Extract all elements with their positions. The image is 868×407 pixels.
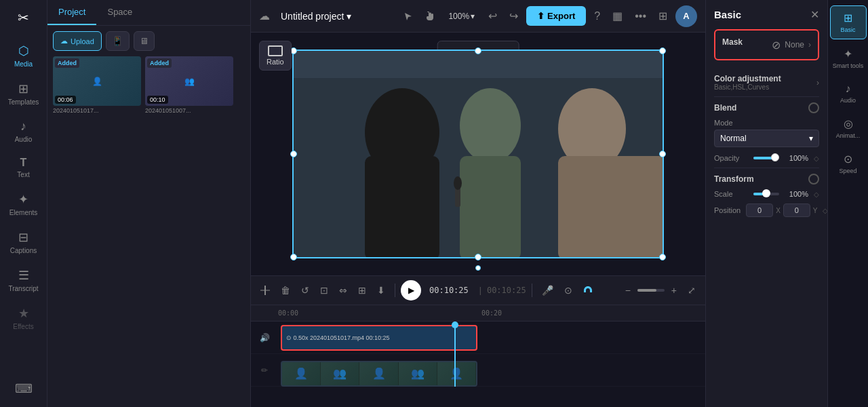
color-adjustment-section[interactable]: Color adjustment Basic,HSL,Curves › (714, 69, 819, 97)
rotate-handle[interactable] (475, 265, 481, 271)
blend-toggle-button[interactable] (808, 102, 819, 113)
sidebar-item-templates[interactable]: ⊞ Templates (4, 76, 43, 111)
upload-button[interactable]: ☁ Upload (53, 31, 102, 51)
zoom-in-button[interactable]: + (667, 282, 681, 298)
sidebar-item-elements[interactable]: ✦ Elements (4, 187, 43, 222)
opacity-keyframe-button[interactable]: ◇ (814, 155, 819, 162)
playhead[interactable] (454, 322, 456, 387)
tab-project[interactable]: Project (47, 0, 96, 25)
clip-secondary[interactable]: 👤 👥 👤 👥 👤 (281, 361, 477, 387)
align-button[interactable]: ⊞ (354, 282, 370, 298)
ratio-button[interactable]: Ratio (259, 41, 292, 71)
video-canvas[interactable] (292, 50, 664, 258)
export-button[interactable]: ⬆ Export (526, 6, 586, 26)
position-x-input[interactable] (746, 204, 773, 217)
keyboard-shortcut-button[interactable]: ⌨ (9, 376, 38, 402)
export-icon: ⬆ (537, 11, 545, 21)
panel-toggle-button[interactable]: ⊞ (654, 7, 671, 25)
undo-button[interactable]: ↩ (484, 7, 501, 25)
transform-section: Transform Scale 100% ◇ Position (714, 168, 819, 222)
fullscreen-button[interactable]: ⤢ (684, 282, 700, 298)
sidebar-item-elements-label: Elements (9, 209, 38, 216)
mobile-upload-button[interactable]: 📱 (106, 31, 130, 51)
microphone-button[interactable]: 🎤 (538, 282, 557, 298)
panel-sidebar: Project Space ☁ Upload 📱 🖥 (47, 0, 251, 407)
pointer-tool-button[interactable] (399, 9, 417, 24)
zoom-value: 100% (448, 12, 469, 21)
opacity-slider[interactable] (753, 157, 779, 159)
flip-button[interactable]: ⇔ (335, 282, 351, 298)
logo-button[interactable]: ✂ (12, 5, 36, 30)
media-row: 👤 Added 00:06 202401051017... 👥 (53, 56, 245, 114)
animate-tool-icon: ◎ (844, 117, 853, 130)
screen-record-button[interactable]: 🖥 (134, 31, 155, 51)
tab-space[interactable]: Space (96, 0, 143, 25)
time-separator: | (479, 286, 481, 295)
volume-slider[interactable] (637, 289, 665, 292)
clip-label: ⊙ 0.50x 202401051017.mp4 00:10:25 (282, 333, 394, 343)
layout-button[interactable]: ▦ (608, 7, 627, 25)
right-tool-audio[interactable]: ♪ Audio (830, 77, 867, 109)
hand-tool-button[interactable] (421, 9, 439, 24)
more-options-button[interactable]: ••• (631, 7, 650, 25)
media-thumb-1[interactable]: 👤 Added 00:06 (53, 56, 141, 106)
track-volume-icon[interactable]: 🔊 (251, 333, 278, 343)
right-tool-basic[interactable]: ⊞ Basic (830, 5, 867, 39)
track-edit-icon[interactable]: ✏ (251, 366, 278, 375)
timeline-tracks: 🔊 ⊙ 0.50x 202401051017.mp4 00:10:25 ✏ (251, 322, 705, 387)
clip-text: ⊙ 0.50x 202401051017.mp4 00:10:25 (286, 334, 390, 341)
handle-bottom-right[interactable] (659, 254, 666, 260)
upload-cloud-icon: ☁ (60, 37, 68, 45)
media-thumb-2[interactable]: 👥 Added 00:10 (145, 56, 233, 106)
media-item-2[interactable]: 👥 Added 00:10 202401051007... (145, 56, 233, 114)
mask-section[interactable]: Mask ⊘ None › (714, 29, 819, 60)
project-name-button[interactable]: Untitled project ▾ (275, 8, 357, 24)
sidebar-item-audio[interactable]: ♪ Audio (4, 114, 43, 149)
zoom-level-button[interactable]: 100% ▾ (443, 9, 480, 24)
sidebar-item-transcript[interactable]: ☰ Transcript (4, 263, 43, 298)
crop-tool-button[interactable]: ⊡ (316, 282, 332, 298)
handle-middle-right[interactable] (659, 151, 666, 157)
track-video: 🔊 ⊙ 0.50x 202401051017.mp4 00:10:25 (251, 322, 705, 354)
transform-toggle-button[interactable] (808, 174, 819, 185)
position-y-input[interactable] (783, 204, 810, 217)
loop-button[interactable]: ↺ (297, 282, 313, 298)
right-tool-animate[interactable]: ◎ Animat... (830, 112, 867, 144)
mask-title: Mask (722, 37, 743, 47)
elements-icon: ✦ (18, 192, 28, 207)
handle-bottom-center[interactable] (475, 254, 481, 260)
blend-mode-select[interactable]: Normal ▾ (714, 130, 819, 147)
redo-button[interactable]: ↪ (505, 7, 522, 25)
handle-top-center[interactable] (475, 47, 481, 54)
handle-middle-left[interactable] (290, 151, 297, 157)
captions-icon: ⊟ (18, 230, 28, 245)
sidebar-item-captions[interactable]: ⊟ Captions (4, 225, 43, 260)
media-item-1[interactable]: 👤 Added 00:06 202401051017... (53, 56, 141, 114)
sidebar-item-media[interactable]: ⬡ Media (4, 38, 43, 73)
media-grid: 👤 Added 00:06 202401051017... 👥 (53, 56, 245, 114)
play-button[interactable]: ▶ (401, 280, 421, 301)
sticker-button[interactable]: ⊙ (560, 282, 576, 298)
handle-top-right[interactable] (659, 47, 666, 54)
sidebar-item-text[interactable]: T Text (4, 151, 43, 184)
avatar-button[interactable]: A (675, 5, 697, 27)
clip-primary[interactable]: ⊙ 0.50x 202401051017.mp4 00:10:25 (281, 325, 477, 351)
thumb-2: 👥 (321, 362, 359, 385)
split-button[interactable] (256, 283, 274, 298)
right-panel-close-button[interactable]: ✕ (810, 8, 819, 21)
ratio-icon (268, 45, 283, 56)
magnet-button[interactable] (579, 283, 597, 298)
handle-bottom-left[interactable] (290, 254, 297, 260)
scale-keyframe-button[interactable]: ◇ (814, 191, 819, 198)
thumb-1: 👤 (282, 362, 321, 385)
transform-header: Transform (714, 174, 819, 185)
scale-slider[interactable] (753, 193, 779, 195)
speed-button[interactable]: ⬇ (373, 282, 389, 298)
zoom-out-button[interactable]: − (621, 282, 635, 298)
sidebar-item-effects[interactable]: ★ Effects (4, 301, 43, 336)
opacity-label: Opacity (714, 154, 748, 162)
right-tool-speed[interactable]: ⊙ Speed (830, 147, 867, 180)
help-button[interactable]: ? (590, 7, 604, 25)
delete-button[interactable]: 🗑 (277, 282, 294, 298)
right-tool-smart[interactable]: ✦ Smart tools (830, 42, 867, 75)
